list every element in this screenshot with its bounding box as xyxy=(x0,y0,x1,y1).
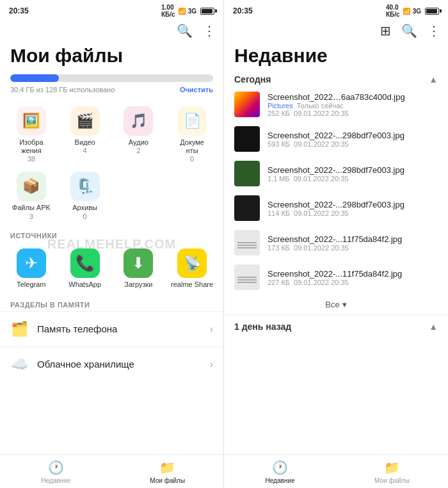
file-item-4[interactable]: Screenshot_2022-...298bdf7e003.jpg 114 К… xyxy=(224,191,448,225)
bottom-nav-right: 🕐 Недавние 📁 Мои файлы xyxy=(224,454,448,488)
storage-bar-fill xyxy=(10,74,59,82)
telegram-label: Telegram xyxy=(17,281,45,288)
file-info-4: Screenshot_2022-...298bdf7e003.jpg 114 К… xyxy=(268,200,438,217)
audio-label: Аудио xyxy=(129,138,148,147)
toolbar-right: ⊞ 🔍 ⋮ xyxy=(224,20,448,41)
clean-button[interactable]: Очистить xyxy=(180,86,213,94)
category-audio[interactable]: 🎵 Аудио 2 xyxy=(113,102,165,167)
nav-myfiles-left[interactable]: 📁 Мои файлы xyxy=(112,455,224,488)
file-thumb-2 xyxy=(234,126,260,152)
myfiles-icon-left: 📁 xyxy=(159,460,175,475)
source-realme-share[interactable]: 📡 realme Share xyxy=(166,245,218,292)
whatsapp-label: WhatsApp xyxy=(68,281,101,288)
downloads-icon: ⬇ xyxy=(124,248,153,278)
archives-icon: 🗜️ xyxy=(70,172,100,201)
source-whatsapp[interactable]: 📞 WhatsApp xyxy=(59,245,111,292)
file-extra-1: Только сейчас xyxy=(297,102,344,110)
battery-right xyxy=(425,8,439,15)
audio-count: 2 xyxy=(136,147,140,154)
memory-label: РАЗДЕЛЫ В ПАМЯТИ xyxy=(0,297,223,311)
search-icon-right[interactable]: 🔍 xyxy=(401,23,417,38)
video-label: Видео xyxy=(75,138,95,147)
category-images[interactable]: 🖼️ Изображения 38 xyxy=(5,102,58,167)
source-telegram[interactable]: ✈ Telegram xyxy=(5,245,58,292)
file-detail-1: 252 КБ 09.01.2022 20:35 xyxy=(268,110,438,117)
file-meta-6: 227 КБ 09.01.2022 20:35 xyxy=(268,279,438,286)
more-icon-right[interactable]: ⋮ xyxy=(428,23,440,38)
section-yesterday-header: 1 день назад ▲ xyxy=(224,314,448,334)
grid-view-icon[interactable]: ⊞ xyxy=(380,23,391,38)
status-indicators-right: 40.0КБ/с 📶 3G xyxy=(386,4,439,18)
see-all-button[interactable]: Все ▾ xyxy=(224,295,448,314)
storage-info: 30,4 ГБ из 128 ГБ использовано Очистить xyxy=(10,86,213,94)
myfiles-icon-right: 📁 xyxy=(384,460,400,475)
realme-share-label: realme Share xyxy=(171,281,213,288)
file-info-2: Screenshot_2022-...298bdf7e003.jpg 593 К… xyxy=(268,131,438,148)
myfiles-label-left: Мои файлы xyxy=(150,477,185,484)
more-icon-left[interactable]: ⋮ xyxy=(203,23,216,38)
signal-indicators-right: 40.0КБ/с xyxy=(386,4,400,18)
archives-label: Архивы xyxy=(72,204,97,212)
battery-left xyxy=(200,8,214,15)
downloads-label: Загрузки xyxy=(124,281,152,288)
file-size-2: 593 КБ xyxy=(268,140,290,148)
file-info-1: Screenshot_2022…6aa783c400d.jpg Pictures… xyxy=(268,92,438,117)
file-list: Сегодня ▲ Screenshot_2022…6aa783c400d.jp… xyxy=(224,72,448,454)
today-collapse-icon[interactable]: ▲ xyxy=(429,74,438,85)
file-date-5: 09.01.2022 20:35 xyxy=(294,244,349,252)
phone-memory-item[interactable]: 🗂️ Память телефона › xyxy=(0,311,223,346)
category-archives[interactable]: 🗜️ Архивы 0 xyxy=(59,168,111,224)
wifi-icon-right: 📶 xyxy=(403,8,410,15)
file-size-3: 1,1 МБ xyxy=(268,175,290,183)
file-thumb-6 xyxy=(234,264,260,290)
file-thumb-4 xyxy=(234,195,260,221)
docs-icon: 📄 xyxy=(177,106,207,136)
category-video[interactable]: 🎬 Видео 4 xyxy=(59,102,111,167)
network-type-left: 3G xyxy=(188,8,196,15)
nav-recent-left[interactable]: 🕐 Недавние xyxy=(0,455,112,488)
yesterday-collapse-icon[interactable]: ▲ xyxy=(429,321,438,332)
file-date-1: 09.01.2022 20:35 xyxy=(294,110,349,117)
file-name-2: Screenshot_2022-...298bdf7e003.jpg xyxy=(268,131,438,140)
file-date-3: 09.01.2022 20:35 xyxy=(294,175,349,183)
search-icon-left[interactable]: 🔍 xyxy=(177,23,193,38)
file-info-3: Screenshot_2022-...298bdf7e003.jpg 1,1 М… xyxy=(268,165,438,183)
file-item-5[interactable]: Screenshot_2022-...11f75da84f2.jpg 173 К… xyxy=(224,225,448,260)
category-apk[interactable]: 📦 Файлы APK 3 xyxy=(5,168,58,224)
file-name-5: Screenshot_2022-...11f75da84f2.jpg xyxy=(268,234,438,244)
realme-share-icon: 📡 xyxy=(177,248,207,278)
sources-label: ИСТОЧНИКИ xyxy=(0,228,223,242)
nav-recent-right[interactable]: 🕐 Недавние xyxy=(224,455,336,488)
status-bar-left: 20:35 1.00КБ/с 📶 3G xyxy=(0,0,223,20)
category-docs[interactable]: 📄 Документы 0 xyxy=(166,102,218,167)
recent-label-right: Недавние xyxy=(266,477,295,484)
file-name-1: Screenshot_2022…6aa783c400d.jpg xyxy=(268,92,405,102)
storage-section: 30,4 ГБ из 128 ГБ использовано Очистить xyxy=(0,72,223,100)
source-downloads[interactable]: ⬇ Загрузки xyxy=(113,245,165,292)
file-size-1: 252 КБ xyxy=(268,110,290,117)
file-item-2[interactable]: Screenshot_2022-...298bdf7e003.jpg 593 К… xyxy=(224,122,448,156)
file-item-6[interactable]: Screenshot_2022-...11f75da84f2.jpg 227 К… xyxy=(224,260,448,295)
file-source-1: Pictures xyxy=(268,102,293,110)
apk-count: 3 xyxy=(29,213,33,220)
signal-indicators-left: 1.00КБ/с xyxy=(161,4,175,18)
file-date-4: 09.01.2022 20:35 xyxy=(294,209,349,217)
file-name-6: Screenshot_2022-...11f75da84f2.jpg xyxy=(268,269,438,279)
file-item-1[interactable]: Screenshot_2022…6aa783c400d.jpg Pictures… xyxy=(224,87,448,122)
sources-grid: ✈ Telegram 📞 WhatsApp ⬇ Загрузки 📡 realm… xyxy=(0,242,223,297)
file-thumb-5 xyxy=(234,230,260,256)
file-name-3: Screenshot_2022-...298bdf7e003.jpg xyxy=(268,165,438,175)
wifi-icon: 📶 xyxy=(178,8,186,15)
file-item-3[interactable]: Screenshot_2022-...298bdf7e003.jpg 1,1 М… xyxy=(224,156,448,191)
file-meta-5: 173 КБ 09.01.2022 20:35 xyxy=(268,244,438,252)
section-yesterday-label: 1 день назад xyxy=(234,321,291,332)
nav-myfiles-right[interactable]: 📁 Мои файлы xyxy=(336,455,448,488)
section-today-label: Сегодня xyxy=(234,74,271,85)
category-grid: 🖼️ Изображения 38 🎬 Видео 4 🎵 Аудио 2 📄 … xyxy=(0,100,223,228)
myfiles-label-right: Мои файлы xyxy=(374,477,410,484)
page-title-left: Мои файлы xyxy=(0,41,223,72)
file-thumb-1 xyxy=(234,92,260,117)
docs-count: 0 xyxy=(190,155,194,163)
file-meta-4: 114 КБ 09.01.2022 20:35 xyxy=(268,209,438,217)
cloud-storage-item[interactable]: ☁️ Облачное хранилище › xyxy=(0,346,223,382)
